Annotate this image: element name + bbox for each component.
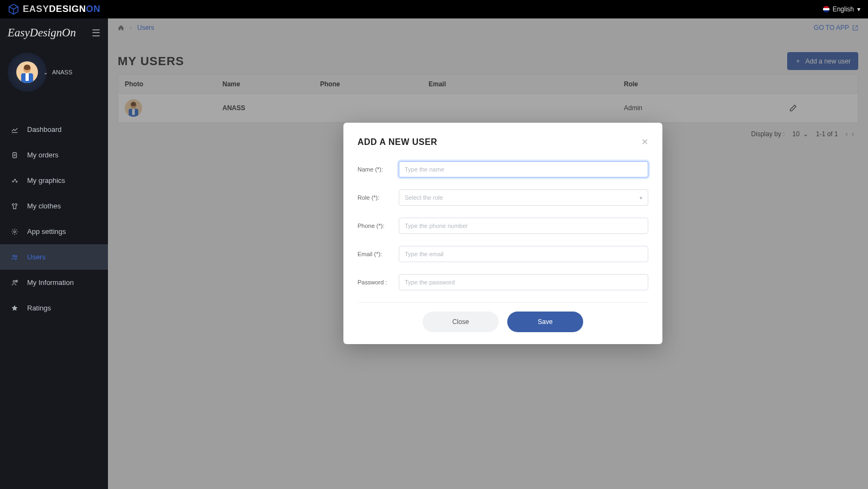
modal-divider [358, 302, 648, 303]
form-row-email: Email (*): [358, 246, 648, 262]
language-label: English [833, 5, 854, 13]
phone-label: Phone (*): [358, 223, 397, 229]
sidebar-profile[interactable]: ⌄ ANASS [0, 45, 108, 103]
avatar-icon [16, 61, 38, 83]
sidebar-item-label: My graphics [27, 176, 65, 185]
name-label: Name (*): [358, 166, 397, 173]
svg-point-9 [15, 255, 17, 257]
role-label: Role (*): [358, 194, 397, 201]
brand-text-part1: EASY [23, 4, 49, 14]
caret-down-icon: ▾ [857, 5, 860, 13]
close-button[interactable]: Close [423, 312, 499, 332]
modal-title: ADD A NEW USER [358, 137, 437, 147]
modal-actions: Close Save [358, 312, 648, 332]
name-input[interactable] [399, 161, 648, 177]
close-icon[interactable]: ✕ [641, 137, 648, 147]
sidebar-header: EasyDesignOn ☰ [0, 18, 108, 45]
global-topbar: EASYDESIGNON English ▾ [0, 0, 868, 18]
form-row-phone: Phone (*): [358, 218, 648, 234]
palette-icon [11, 177, 20, 185]
sidebar-username: ANASS [52, 69, 72, 75]
sidebar: EasyDesignOn ☰ ⌄ ANASS Dashboard My orde… [0, 18, 108, 489]
svg-point-8 [13, 255, 15, 257]
sidebar-item-dashboard[interactable]: Dashboard [0, 117, 108, 142]
form-row-role: Role (*): Select the role ▾ [358, 189, 648, 206]
profile-caret-icon: ⌄ [43, 69, 48, 75]
sidebar-item-orders[interactable]: My orders [0, 142, 108, 168]
sidebar-item-graphics[interactable]: My graphics [0, 168, 108, 193]
gear-icon [11, 228, 20, 236]
user-info-icon [11, 279, 20, 287]
svg-rect-3 [13, 153, 17, 157]
svg-point-5 [14, 179, 15, 180]
save-button[interactable]: Save [507, 312, 583, 332]
sidebar-item-label: Users [27, 253, 46, 261]
brand-cube-icon [8, 3, 20, 15]
star-icon [11, 304, 20, 312]
brand-text-part2: DESIGN [49, 4, 86, 14]
sidebar-logo: EasyDesignOn [8, 26, 76, 40]
svg-point-10 [13, 280, 15, 282]
sidebar-item-clothes[interactable]: My clothes [0, 193, 108, 219]
sidebar-item-label: My Information [27, 278, 74, 287]
role-placeholder: Select the role [405, 194, 443, 201]
password-input[interactable] [399, 274, 648, 290]
add-user-modal: ADD A NEW USER ✕ Name (*): Role (*): Sel… [343, 123, 662, 344]
email-input[interactable] [399, 246, 648, 262]
form-row-password: Password : [358, 274, 648, 290]
email-label: Email (*): [358, 251, 397, 257]
modal-header: ADD A NEW USER ✕ [358, 137, 648, 147]
flag-icon [823, 6, 829, 12]
users-icon [11, 253, 20, 261]
sidebar-item-label: Dashboard [27, 125, 62, 134]
sidebar-item-ratings[interactable]: Ratings [0, 295, 108, 321]
tshirt-icon [11, 202, 20, 210]
main: › Users GO TO APP MY USERS ＋ Add a new u… [108, 18, 868, 489]
sidebar-item-info[interactable]: My Information [0, 270, 108, 295]
sidebar-item-label: Ratings [27, 304, 51, 312]
sidebar-nav: Dashboard My orders My graphics My cloth… [0, 117, 108, 321]
form-row-name: Name (*): [358, 161, 648, 177]
caret-down-icon: ▾ [640, 195, 642, 201]
sidebar-item-label: My orders [27, 151, 59, 159]
avatar-wrap: ⌄ [8, 53, 47, 92]
svg-point-4 [12, 181, 14, 182]
language-switcher[interactable]: English ▾ [823, 5, 860, 13]
sidebar-item-label: My clothes [27, 202, 61, 210]
phone-input[interactable] [399, 218, 648, 234]
sidebar-item-settings[interactable]: App settings [0, 219, 108, 244]
svg-rect-2 [25, 73, 29, 81]
sidebar-item-users[interactable]: Users [0, 244, 108, 270]
clipboard-icon [11, 151, 20, 159]
svg-point-6 [16, 181, 17, 182]
chart-line-icon [11, 126, 20, 134]
svg-point-7 [14, 231, 16, 233]
hamburger-icon[interactable]: ☰ [92, 27, 100, 39]
role-select[interactable]: Select the role ▾ [399, 189, 648, 206]
sidebar-item-label: App settings [27, 227, 66, 236]
brand-text: EASYDESIGNON [23, 4, 100, 15]
password-label: Password : [358, 279, 397, 285]
brand: EASYDESIGNON [8, 3, 100, 15]
brand-text-part3: ON [86, 4, 100, 14]
